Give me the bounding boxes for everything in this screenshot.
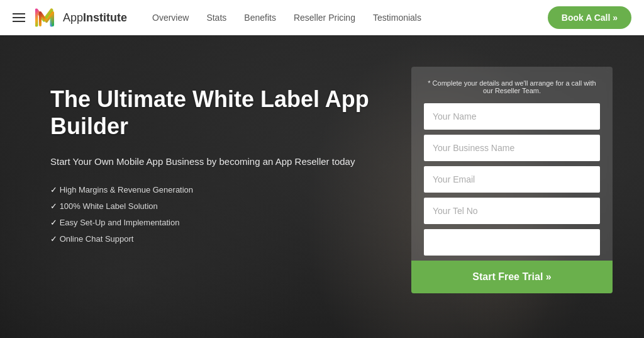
tel-input[interactable] xyxy=(424,198,600,224)
hero-heading: The Ultimate White Label App Builder xyxy=(50,86,374,140)
feature-item: Online Chat Support xyxy=(50,231,374,247)
nav-testimonials[interactable]: Testimonials xyxy=(373,13,421,23)
nav-stats[interactable]: Stats xyxy=(206,13,226,23)
name-input[interactable] xyxy=(424,103,600,130)
hero-section: The Ultimate White Label App Builder Sta… xyxy=(0,35,644,338)
nav-reseller-pricing[interactable]: Reseller Pricing xyxy=(294,13,355,23)
nav-benefits[interactable]: Benefits xyxy=(244,13,276,23)
form-note: * Complete your details and we'll arrang… xyxy=(424,79,600,94)
features-list: High Margins & Revenue Generation 100% W… xyxy=(50,182,374,247)
feature-item: 100% White Label Solution xyxy=(50,198,374,215)
hero-left: The Ultimate White Label App Builder Sta… xyxy=(50,73,374,247)
logo[interactable]: AppInstitute xyxy=(35,8,127,28)
extra-field xyxy=(424,229,600,256)
nav-overview[interactable]: Overview xyxy=(152,13,189,23)
contact-form-card: * Complete your details and we'll arrang… xyxy=(411,67,613,293)
navbar: AppInstitute Overview Stats Benefits Res… xyxy=(0,0,644,35)
business-name-input[interactable] xyxy=(424,135,600,161)
hero-subtitle: Start Your Own Mobile App Business by be… xyxy=(50,155,374,169)
email-input[interactable] xyxy=(424,166,600,193)
hero-content: The Ultimate White Label App Builder Sta… xyxy=(0,35,644,338)
book-call-button[interactable]: Book A Call » xyxy=(548,6,631,29)
hamburger-button[interactable] xyxy=(13,13,25,22)
logo-icon xyxy=(35,8,60,28)
feature-item: Easy Set-Up and Implementation xyxy=(50,215,374,231)
feature-item: High Margins & Revenue Generation xyxy=(50,182,374,198)
nav-links: Overview Stats Benefits Reseller Pricing… xyxy=(152,13,548,23)
logo-text: AppInstitute xyxy=(63,11,127,25)
start-trial-button[interactable]: Start Free Trial » xyxy=(411,261,613,293)
